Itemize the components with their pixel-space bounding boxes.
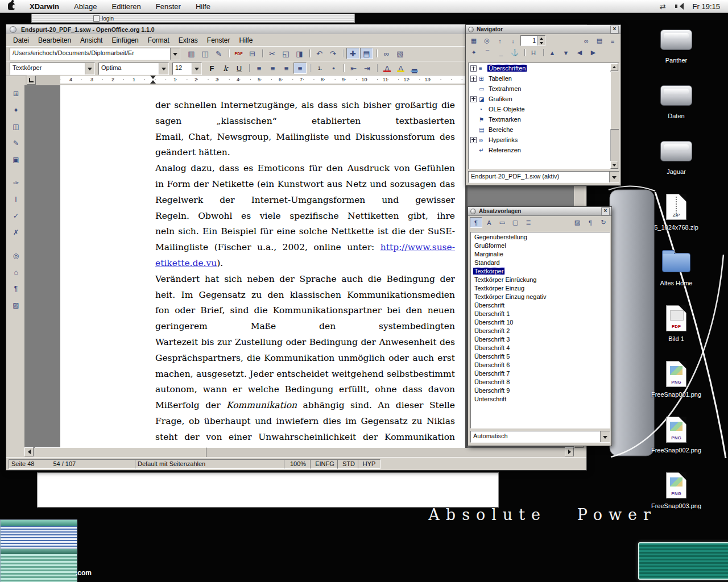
list-box-onoff-icon[interactable]: ▤ — [593, 35, 606, 46]
menu-item[interactable]: Fenster — [202, 35, 235, 45]
style-item[interactable]: Marginalie — [471, 250, 610, 258]
paragraph-styles-window[interactable]: Absatzvorlagen × ¶A▭▢≣ ▨¶↻ Gegenüberstel… — [468, 206, 612, 446]
update-style-icon[interactable]: ↻ — [597, 217, 610, 228]
character-styles-icon[interactable]: A — [483, 217, 495, 228]
desktop-icon[interactable]: Daten — [640, 81, 712, 136]
navigator-tree-item[interactable]: ▤ Bereiche — [469, 124, 611, 135]
heading-levels-icon[interactable]: H — [527, 47, 540, 58]
bold-icon[interactable]: F — [205, 63, 218, 74]
hyperlink[interactable]: etikette.de.vu — [155, 258, 217, 268]
style-filter-value[interactable]: Automatisch — [471, 431, 600, 442]
justify-icon[interactable]: ≡ — [293, 63, 307, 74]
desktop-icon[interactable]: ZIP 5_1024x768.zip — [640, 192, 712, 248]
background-color-icon[interactable]: ▄ — [408, 63, 421, 74]
redo-icon[interactable]: ↷ — [326, 48, 340, 59]
style-item[interactable]: Textkörper — [471, 267, 610, 275]
paragraph-style-combobox[interactable]: Textkörper — [10, 63, 95, 75]
menu-item[interactable]: Hilfe — [235, 35, 258, 45]
autospellcheck-icon[interactable]: ✗ — [9, 226, 23, 239]
demote-level-icon[interactable]: ▶ — [587, 47, 599, 58]
style-item[interactable]: Überschrift 4 — [471, 343, 610, 352]
align-left-icon[interactable]: ≡ — [253, 63, 266, 74]
menu-item[interactable]: Ansicht — [76, 35, 107, 45]
italic-icon[interactable]: k — [219, 63, 232, 74]
decrease-indent-icon[interactable]: ⇤ — [347, 63, 360, 74]
cut-icon[interactable]: ✂ — [266, 48, 279, 59]
open-icon[interactable]: ▥ — [185, 48, 198, 59]
menu-item[interactable]: Format — [143, 35, 174, 45]
spin-up-button[interactable] — [538, 36, 545, 41]
apple-menu-icon[interactable] — [8, 2, 15, 10]
desktop-icon[interactable]: Jaguar — [640, 136, 712, 192]
hyphenation-indicator[interactable]: HYP — [358, 459, 380, 469]
expander-icon[interactable] — [470, 65, 477, 72]
horizontal-scrollbar[interactable] — [24, 448, 574, 457]
save-icon[interactable]: ◫ — [198, 48, 212, 59]
style-item[interactable]: Überschrift 8 — [471, 377, 610, 386]
url-field[interactable]: /Users/erichoch/Documents/Diplomarbeit/E… — [10, 48, 170, 60]
expander-icon[interactable] — [470, 137, 477, 143]
highlighting-icon[interactable]: A — [394, 63, 407, 74]
insert-mode-indicator[interactable]: EINFG — [310, 459, 340, 469]
export-pdf-icon[interactable]: PDF — [232, 48, 245, 59]
copy-icon[interactable]: ◱ — [279, 48, 292, 59]
menubar-clock[interactable]: Fr 19:15 — [693, 2, 720, 11]
window-close-button[interactable] — [10, 26, 16, 33]
paragraph-style-value[interactable]: Textkörper — [10, 63, 85, 74]
find-icon[interactable]: ◎ — [9, 250, 23, 262]
desktop-icon[interactable]: Panther — [640, 25, 712, 81]
scroll-right-button[interactable] — [565, 447, 574, 456]
paragraph-styles-icon[interactable]: ¶ — [470, 217, 482, 228]
desktop-icon[interactable]: PNG FreeSnap003.png — [640, 471, 712, 526]
font-size-value[interactable]: 12 — [173, 63, 192, 74]
menu-item[interactable]: Einfügen — [107, 35, 143, 45]
url-combobox[interactable]: /Users/erichoch/Documents/Diplomarbeit/E… — [10, 48, 180, 60]
style-item[interactable]: Überschrift 10 — [471, 318, 610, 326]
align-center-icon[interactable]: ≡ — [266, 63, 279, 74]
zoom-indicator[interactable]: 100% — [284, 459, 312, 469]
volume-icon[interactable] — [675, 3, 684, 10]
navigator-window[interactable]: Navigator × ▦◎↑↓ 1 ∞▤≡ ✦¯_⚓H▲▼◀▶ ≡ Üb — [465, 24, 621, 186]
font-dropdown-button[interactable] — [159, 63, 168, 74]
document-text[interactable]: der schnellen Internetzugänge, als dass … — [155, 98, 455, 448]
background-terminal-window-2[interactable] — [0, 548, 77, 582]
numbering-icon[interactable]: 1. — [313, 63, 326, 74]
menu-item[interactable]: Editieren — [112, 2, 141, 11]
window-menu-icon[interactable] — [470, 209, 476, 214]
horizontal-scroll-thumb[interactable] — [35, 447, 206, 458]
style-item[interactable]: Überschrift 5 — [471, 352, 610, 360]
toggle-icon[interactable]: ▦ — [468, 35, 480, 46]
desktop-icon[interactable]: PNG FreeSnap001.png — [640, 359, 712, 415]
numbering-styles-icon[interactable]: ≣ — [522, 217, 535, 228]
fill-format-icon[interactable]: ▨ — [571, 217, 584, 228]
page-styles-icon[interactable]: ▢ — [509, 217, 522, 228]
document-selector-value[interactable]: Endspurt-20_PDF_1.sxw (aktiv) — [469, 172, 609, 182]
navigator-tree-item[interactable]: ▭ Textrahmen — [469, 84, 611, 94]
content-view-icon[interactable]: ≡ — [606, 35, 619, 46]
desktop-icon[interactable]: PDF Bild 1 — [640, 304, 712, 359]
expander-icon[interactable] — [470, 76, 477, 82]
font-name-value[interactable]: Optima — [99, 63, 159, 74]
background-terminal-window-1[interactable] — [0, 519, 77, 550]
menu-item[interactable]: Bearbeiten — [34, 35, 76, 45]
previous-icon[interactable]: ↑ — [494, 35, 506, 46]
paste-icon[interactable]: ◨ — [293, 48, 306, 59]
graphics-onoff-icon[interactable]: ▨ — [9, 299, 23, 311]
print-icon[interactable]: ⊟ — [246, 48, 259, 59]
style-item[interactable]: Gegenüberstellung — [471, 232, 610, 241]
navigator-icon[interactable]: ✚ — [346, 48, 359, 59]
style-filter-combobox[interactable]: Automatisch — [470, 431, 610, 443]
edit-file-icon[interactable]: ✎ — [212, 48, 225, 59]
insert-fields-icon[interactable]: ✦ — [9, 104, 23, 117]
login-window-titlebar[interactable]: login — [31, 14, 355, 23]
style-filter-dropdown[interactable] — [600, 431, 610, 442]
navigator-tree-item[interactable]: ↵ Referenzen — [469, 145, 611, 155]
new-style-from-selection-icon[interactable]: ¶ — [584, 217, 597, 228]
insert-object-icon[interactable]: ◫ — [9, 120, 23, 133]
navigator-tree-item[interactable]: ◪ Grafiken — [469, 94, 611, 104]
form-functions-icon[interactable]: ▣ — [9, 153, 23, 166]
expander-icon[interactable] — [470, 96, 477, 102]
nonprinting-chars-icon[interactable]: ¶ — [9, 282, 23, 295]
tab-stop-type-button[interactable] — [27, 76, 36, 85]
demote-chapter-icon[interactable]: ▼ — [560, 47, 572, 58]
